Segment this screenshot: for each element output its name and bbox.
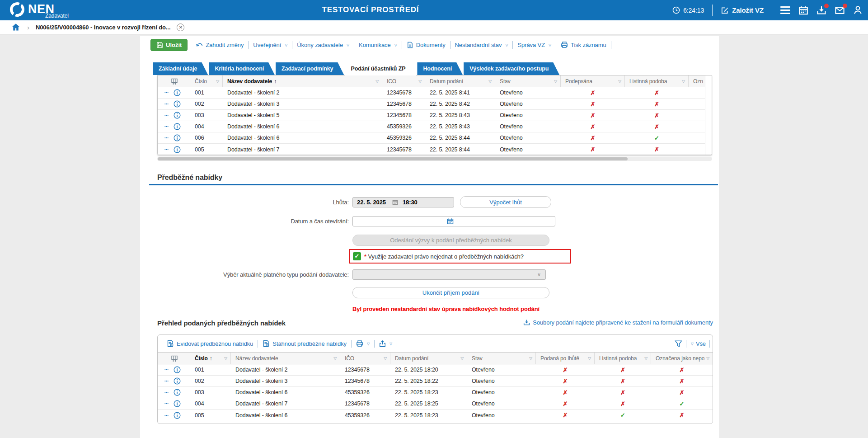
row-menu-icon[interactable] <box>163 113 170 118</box>
row-info-icon[interactable] <box>174 134 181 141</box>
opening-datetime-input[interactable] <box>352 216 555 226</box>
calculate-deadlines-button[interactable]: Výpočet lhůt <box>460 196 551 208</box>
column-header-1[interactable]: Číslo↑▽ <box>190 353 231 364</box>
calendar-icon[interactable] <box>798 5 808 15</box>
row-info-icon[interactable] <box>174 123 181 130</box>
row-menu-icon[interactable] <box>163 90 170 95</box>
horizontal-scrollbar[interactable] <box>157 157 712 161</box>
publication-menu[interactable]: Uveřejnění▽ <box>249 42 292 48</box>
row-info-icon[interactable] <box>174 377 181 385</box>
row-info-icon[interactable] <box>174 400 181 407</box>
row-menu-icon[interactable] <box>163 147 170 152</box>
filter-triangle-icon[interactable]: ▽ <box>488 79 492 84</box>
row-info-icon[interactable] <box>174 89 181 96</box>
tab-hodnoceni[interactable]: Hodnocení <box>417 62 463 75</box>
column-header-3[interactable]: ICO▽ <box>382 75 425 87</box>
vertical-scrollbar[interactable] <box>705 75 712 155</box>
filter-triangle-icon[interactable]: ▽ <box>418 79 422 84</box>
row-menu-icon[interactable] <box>163 136 170 140</box>
row-info-icon[interactable] <box>174 389 181 396</box>
row-info-icon[interactable] <box>174 366 181 373</box>
tab-podani-ucastniku-zp[interactable]: Podání účastníků ZP <box>345 62 416 75</box>
table-row[interactable]: 006Dodavatel - školení 64535932622. 5. 2… <box>158 132 712 144</box>
column-header-5[interactable]: Stav▽ <box>495 75 561 87</box>
print-record-button[interactable]: Tisk záznamu <box>556 41 611 48</box>
table-row[interactable]: 001Dodavatel - školení 21234567822. 5. 2… <box>158 87 712 99</box>
table-row[interactable]: 003Dodavatel - školení 51234567822. 5. 2… <box>158 110 712 121</box>
register-offer-button[interactable]: Evidovat předběžnou nabídku <box>162 340 258 347</box>
export-menu[interactable]: ▽ <box>375 340 397 347</box>
end-submissions-button[interactable]: Ukončit příjem podání <box>352 287 549 298</box>
documents-button[interactable]: Dokumenty <box>402 42 450 48</box>
column-header-1[interactable]: Číslo▽ <box>190 75 223 87</box>
filter-triangle-icon[interactable]: ▽ <box>588 356 591 361</box>
save-button[interactable]: Uložit <box>150 39 188 51</box>
download-offers-button[interactable]: Stáhnout předběžné nabídky <box>258 340 351 347</box>
column-header-6[interactable]: Podepsána▽ <box>561 75 625 87</box>
table-row[interactable]: 004Dodavatel - školení 71234567822. 5. 2… <box>158 398 713 410</box>
column-header-8[interactable]: Označe <box>689 75 706 87</box>
column-header-3[interactable]: IČO▽ <box>340 353 390 364</box>
breadcrumb-close-icon[interactable]: ✕ <box>177 24 184 31</box>
tab-vysledek-zadavaciho-postupu[interactable]: Výsledek zadávacího postupu <box>464 62 559 75</box>
row-info-icon[interactable] <box>174 412 181 419</box>
create-vz-button[interactable]: Založit VZ <box>721 6 764 14</box>
filter-triangle-icon[interactable]: ▽ <box>460 356 464 361</box>
tab-zadavaci-podminky[interactable]: Zadávací podmínky <box>276 62 344 75</box>
filter-triangle-icon[interactable]: ▽ <box>216 79 219 84</box>
calendar-picker-icon[interactable] <box>447 218 454 225</box>
calendar-small-icon[interactable] <box>392 199 398 205</box>
nonstandard-state-menu[interactable]: Nestandardní stav▽ <box>450 42 513 48</box>
row-menu-icon[interactable] <box>163 124 170 129</box>
column-header-4[interactable]: Datum podání▽ <box>390 353 467 364</box>
messages-button[interactable] <box>835 5 845 15</box>
table-row[interactable]: 004Dodavatel - školení 64535932622. 5. 2… <box>158 121 712 132</box>
table-row[interactable]: 005Dodavatel - školení 64535932622. 5. 2… <box>158 410 713 421</box>
vz-admin-menu[interactable]: Správa VZ▽ <box>513 42 556 48</box>
filter-triangle-icon[interactable]: ▽ <box>384 356 387 361</box>
filter-triangle-icon[interactable]: ▽ <box>224 356 227 361</box>
column-header-5[interactable]: Stav▽ <box>467 353 536 364</box>
horizontal-scrollbar-thumb[interactable] <box>158 157 628 160</box>
table-row[interactable]: 002Dodavatel - školení 31234567822. 5. 2… <box>158 376 713 387</box>
discard-changes-button[interactable]: Zahodit změny <box>191 41 248 48</box>
row-info-icon[interactable] <box>174 146 181 153</box>
tab-zakladni-udaje[interactable]: Základní údaje <box>153 62 208 75</box>
row-menu-icon[interactable] <box>163 401 170 406</box>
submission-type-select[interactable]: ∨ <box>352 269 546 280</box>
filter-triangle-icon[interactable]: ▽ <box>554 79 557 84</box>
filter-triangle-icon[interactable]: ▽ <box>706 356 709 361</box>
filter-triangle-icon[interactable]: ▽ <box>644 356 647 361</box>
filter-triangle-icon[interactable]: ▽ <box>529 356 532 361</box>
downloads-tray-button[interactable] <box>816 5 826 15</box>
filter-funnel-icon[interactable] <box>675 340 682 348</box>
breadcrumb-item[interactable]: N006/25/V00004860 - Inovace v rozvoji ří… <box>36 24 170 31</box>
table-row[interactable]: 005Dodavatel - školení 71234567822. 5. 2… <box>158 144 712 155</box>
column-header-6[interactable]: Podaná po lhůtě▽ <box>536 353 595 364</box>
row-info-icon[interactable] <box>174 100 181 108</box>
row-menu-icon[interactable] <box>163 413 170 418</box>
column-header-7[interactable]: Listinná podoba▽ <box>595 353 651 364</box>
menu-button[interactable] <box>780 6 790 14</box>
filter-triangle-icon[interactable]: ▽ <box>682 79 685 84</box>
row-menu-icon[interactable] <box>163 379 170 383</box>
column-header-8[interactable]: Označena jako nepodaná▽ <box>651 353 713 364</box>
user-profile-icon[interactable] <box>853 5 863 15</box>
checkbox-checked-icon[interactable]: ✓ <box>353 252 361 260</box>
filter-triangle-icon[interactable]: ▽ <box>375 79 379 84</box>
column-header-4[interactable]: Datum podání▽ <box>425 75 495 87</box>
row-info-icon[interactable] <box>174 112 181 119</box>
table-row[interactable]: 003Dodavatel - školení 64535932622. 5. 2… <box>158 387 713 398</box>
filter-all-dropdown[interactable]: ▽Vše <box>690 340 706 347</box>
tab-kriteria-hodnoceni[interactable]: Kritéria hodnocení <box>209 62 275 75</box>
column-header-2[interactable]: Název dodavatele↑▽ <box>223 75 382 87</box>
home-icon[interactable] <box>12 23 20 31</box>
row-menu-icon[interactable] <box>163 367 170 372</box>
filter-triangle-icon[interactable]: ▽ <box>618 79 621 84</box>
contracting-actions-menu[interactable]: Úkony zadavatele▽ <box>292 42 354 48</box>
column-settings-icon[interactable] <box>171 78 178 85</box>
submission-files-link[interactable]: Soubory podání najdete připravené ke sta… <box>519 319 713 326</box>
deadline-datetime-field[interactable]: 22. 5. 2025 18:30 <box>352 197 454 207</box>
filter-triangle-icon[interactable]: ▽ <box>333 356 337 361</box>
row-menu-icon[interactable] <box>163 390 170 395</box>
